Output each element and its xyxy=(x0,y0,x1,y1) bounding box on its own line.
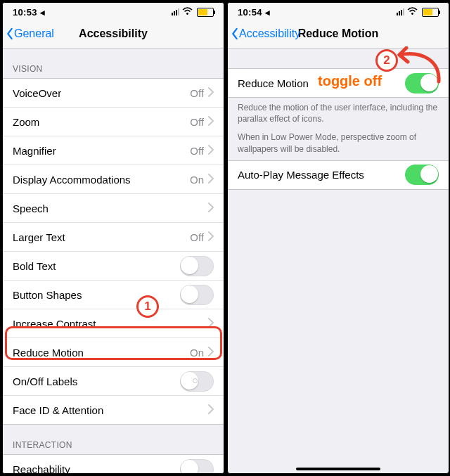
toggle-reduce-motion[interactable] xyxy=(405,73,439,94)
screenshot-stage: { "left": { "time": "10:53", "nav_back":… xyxy=(0,0,450,476)
svg-point-0 xyxy=(186,13,188,15)
nav-bar: General Accessibility xyxy=(3,20,224,49)
status-bar: 10:53 ◂ xyxy=(3,3,224,20)
row-label: Display Accommodations xyxy=(13,174,190,186)
status-bar: 10:54 ◂ xyxy=(228,3,449,20)
cellular-icon xyxy=(397,8,404,15)
toggle-switch[interactable] xyxy=(180,285,214,305)
settings-row[interactable]: MagnifierOff xyxy=(3,136,224,165)
settings-row[interactable]: Button Shapes xyxy=(3,280,224,309)
settings-row[interactable]: Display AccommodationsOn xyxy=(3,165,224,193)
toggle-switch[interactable] xyxy=(180,459,214,475)
footer-desc-2: When in Low Power Mode, perspective zoom… xyxy=(228,130,449,160)
settings-row[interactable]: Larger TextOff xyxy=(3,222,224,251)
annotation-text: toggle off xyxy=(318,73,382,89)
row-label: Reduce Motion xyxy=(13,347,190,359)
battery-icon xyxy=(422,8,439,17)
settings-row[interactable]: Increase Contrast xyxy=(3,309,224,337)
svg-point-1 xyxy=(411,13,413,15)
annotation-badge-2: 2 xyxy=(375,49,398,72)
nav-title: Reduce Motion xyxy=(298,27,379,40)
back-button[interactable]: General xyxy=(6,20,54,48)
toggle-switch[interactable] xyxy=(180,371,214,392)
section-interaction: Reachability xyxy=(3,454,224,474)
chevron-right-icon xyxy=(208,174,214,186)
settings-row[interactable]: ZoomOff xyxy=(3,107,224,136)
settings-content: VISION VoiceOverOffZoomOffMagnifierOffDi… xyxy=(3,49,224,474)
row-auto-play[interactable]: Auto-Play Message Effects xyxy=(228,161,449,189)
row-value: Off xyxy=(190,116,204,128)
chevron-right-icon xyxy=(208,87,214,99)
chevron-right-icon xyxy=(208,404,214,416)
settings-content: Reduce Motion Reduce the motion of the u… xyxy=(228,49,449,190)
toggle-switch[interactable] xyxy=(180,256,214,276)
row-label: Auto-Play Message Effects xyxy=(238,169,405,181)
settings-row[interactable]: Reachability xyxy=(3,455,224,474)
settings-row[interactable]: Bold Text xyxy=(3,251,224,280)
row-label: Speech xyxy=(13,202,208,214)
row-value: Off xyxy=(190,145,204,157)
section-header-vision: VISION xyxy=(3,49,224,78)
wifi-icon xyxy=(407,7,418,17)
row-value: On xyxy=(190,347,204,359)
status-time: 10:53 ◂ xyxy=(13,7,45,18)
chevron-right-icon xyxy=(208,231,214,243)
back-button[interactable]: Accessibility xyxy=(231,20,300,48)
cellular-icon xyxy=(172,8,179,15)
footer-desc-1: Reduce the motion of the user interface,… xyxy=(228,98,449,130)
toggle-auto-play[interactable] xyxy=(405,165,439,185)
row-value: On xyxy=(190,174,204,186)
wifi-icon xyxy=(182,7,193,17)
home-indicator xyxy=(296,468,380,470)
section-vision: VoiceOverOffZoomOffMagnifierOffDisplay A… xyxy=(3,78,224,425)
row-label: VoiceOver xyxy=(13,87,190,99)
settings-row[interactable]: On/Off Labels xyxy=(3,366,224,395)
chevron-right-icon xyxy=(208,202,214,214)
nav-title: Accessibility xyxy=(79,27,148,40)
settings-row[interactable]: Face ID & Attention xyxy=(3,395,224,424)
row-label: Bold Text xyxy=(13,260,180,272)
phone-screenshot-1: 10:53 ◂ General Accessibility VISION Voi… xyxy=(2,2,224,474)
row-label: On/Off Labels xyxy=(13,375,180,387)
nav-bar: Accessibility Reduce Motion xyxy=(228,20,449,49)
battery-icon xyxy=(197,8,214,17)
status-right xyxy=(397,7,439,17)
row-label: Larger Text xyxy=(13,231,190,243)
chevron-right-icon xyxy=(208,318,214,330)
section-header-interaction: INTERACTION xyxy=(3,425,224,454)
settings-row[interactable]: VoiceOverOff xyxy=(3,79,224,107)
chevron-right-icon xyxy=(208,116,214,128)
status-right xyxy=(172,7,214,17)
settings-row[interactable]: Speech xyxy=(3,193,224,222)
settings-row[interactable]: Reduce MotionOn xyxy=(3,337,224,366)
row-label: Reachability xyxy=(13,463,180,475)
chevron-right-icon xyxy=(208,347,214,359)
row-label: Face ID & Attention xyxy=(13,404,208,416)
annotation-badge-1: 1 xyxy=(136,295,159,318)
row-value: Off xyxy=(190,87,204,99)
row-label: Zoom xyxy=(13,116,190,128)
row-label: Magnifier xyxy=(13,145,190,157)
row-label: Increase Contrast xyxy=(13,318,208,330)
section-autoplay: Auto-Play Message Effects xyxy=(228,160,449,190)
row-value: Off xyxy=(190,231,204,243)
phone-screenshot-2: 10:54 ◂ Accessibility Reduce Motion Redu… xyxy=(227,2,449,474)
chevron-right-icon xyxy=(208,145,214,157)
status-time: 10:54 ◂ xyxy=(238,7,270,18)
